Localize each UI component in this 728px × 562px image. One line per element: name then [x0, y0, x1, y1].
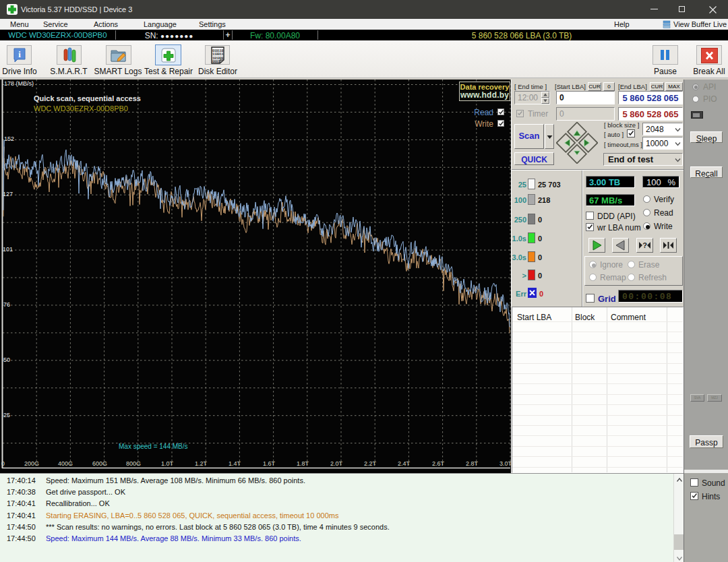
svg-text:110011: 110011: [212, 53, 224, 56]
svg-text:?: ?: [642, 241, 647, 249]
svg-text:010110: 010110: [212, 49, 224, 53]
svg-text:i: i: [18, 49, 21, 59]
svg-text:0001: 0001: [212, 60, 220, 63]
